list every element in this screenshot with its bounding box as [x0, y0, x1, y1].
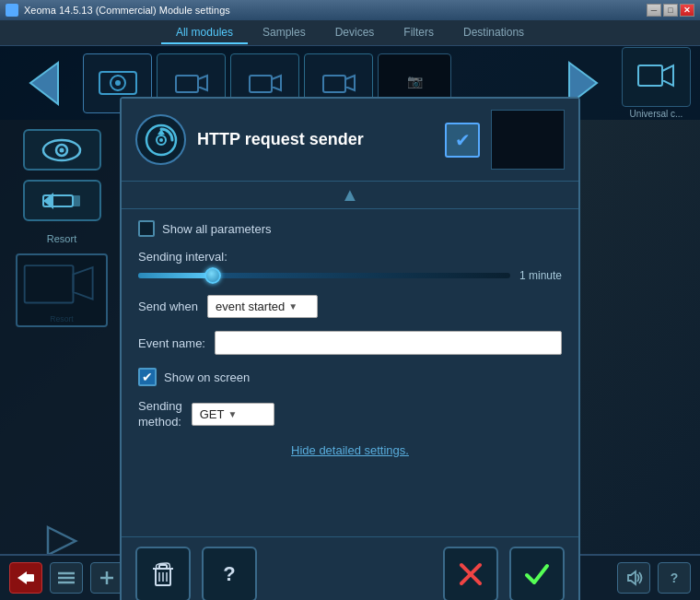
- svg-text:📷: 📷: [407, 74, 424, 89]
- nav-filters[interactable]: Filters: [389, 22, 449, 44]
- show-on-screen-checkbox[interactable]: ✔: [138, 368, 157, 386]
- confirm-button[interactable]: [509, 547, 565, 600]
- modal-body: Show all parameters Sending interval: 1 …: [122, 209, 578, 536]
- delete-button[interactable]: [135, 547, 191, 600]
- svg-rect-4: [176, 76, 198, 92]
- window-title: Xeoma 14.5.13 (Commercial) Module settin…: [24, 5, 230, 16]
- modal-dialog: HTTP request sender ✔ ▲ Show all paramet…: [120, 97, 580, 600]
- slider-thumb[interactable]: [204, 267, 221, 284]
- send-when-value: event started: [216, 300, 285, 313]
- modal-arrow-indicator: ▲: [122, 182, 578, 209]
- modal-footer: ?: [122, 536, 578, 600]
- close-window-button[interactable]: ✕: [680, 4, 694, 17]
- sending-method-dropdown[interactable]: GET ▼: [192, 403, 274, 426]
- main-area: 📷 Universal c...: [0, 46, 700, 600]
- sending-method-value: GET: [200, 407, 225, 421]
- show-on-screen-row: ✔ Show on screen: [138, 368, 562, 386]
- sidebar-back-button[interactable]: [23, 180, 101, 221]
- svg-point-13: [60, 147, 64, 152]
- menu-toolbar-button[interactable]: [50, 562, 83, 594]
- svg-rect-10: [638, 65, 662, 86]
- sending-method-row: Sendingmethod: GET ▼: [138, 399, 562, 430]
- modal-header: HTTP request sender ✔: [122, 99, 578, 182]
- svg-rect-6: [323, 76, 345, 92]
- maximize-button[interactable]: □: [663, 4, 678, 17]
- send-when-row: Send when event started ▼: [138, 295, 562, 318]
- svg-text:?: ?: [223, 562, 235, 585]
- svg-marker-0: [30, 63, 58, 104]
- svg-rect-16: [73, 195, 80, 206]
- show-on-screen-label: Show on screen: [164, 371, 250, 384]
- event-name-row: Event name:: [138, 331, 562, 355]
- slider-container: 1 minute: [138, 269, 562, 282]
- slider-value: 1 minute: [519, 269, 562, 282]
- nav-samples[interactable]: Samples: [248, 22, 321, 44]
- sending-interval-row: Sending interval: 1 minute: [138, 250, 562, 282]
- svg-text:Resort: Resort: [50, 314, 74, 324]
- svg-rect-35: [25, 574, 34, 582]
- send-when-dropdown-arrow: ▼: [288, 301, 298, 312]
- send-when-dropdown[interactable]: event started ▼: [207, 295, 318, 318]
- nav-bar: All modules Samples Devices Filters Dest…: [0, 20, 700, 46]
- sidebar-resort-label: Resort: [47, 233, 76, 244]
- nav-devices[interactable]: Devices: [321, 22, 390, 44]
- sidebar: Resort Resort: [0, 120, 124, 571]
- show-all-params-label: Show all parameters: [162, 222, 272, 236]
- app-icon: [6, 4, 18, 17]
- sending-method-arrow: ▼: [228, 409, 237, 419]
- modal-title: HTTP request sender: [197, 130, 434, 149]
- scroll-left-arrow[interactable]: [9, 53, 78, 113]
- svg-marker-43: [628, 571, 636, 584]
- event-name-input[interactable]: [215, 331, 562, 355]
- modal-enable-checkbox[interactable]: ✔: [445, 123, 480, 158]
- sending-interval-slider[interactable]: [138, 273, 510, 278]
- svg-rect-27: [159, 565, 167, 569]
- help-toolbar-button[interactable]: ?: [658, 562, 691, 594]
- sidebar-eye-button[interactable]: [23, 129, 101, 171]
- footer-spacer: [268, 547, 432, 600]
- svg-rect-24: [492, 111, 565, 170]
- show-all-params-row: Show all parameters: [138, 220, 562, 237]
- send-when-label: Send when: [138, 300, 198, 313]
- sending-method-label: Sendingmethod:: [138, 399, 182, 430]
- help-button[interactable]: ?: [202, 547, 257, 600]
- window-controls: ─ □ ✕: [647, 4, 694, 17]
- nav-destinations[interactable]: Destinations: [449, 22, 539, 44]
- hide-settings-link[interactable]: Hide detailed settings.: [138, 443, 562, 457]
- slider-fill: [138, 273, 213, 278]
- modal-icon: [135, 114, 186, 165]
- universal-label: Universal c...: [630, 109, 683, 119]
- svg-text:?: ?: [671, 571, 679, 585]
- svg-point-23: [159, 138, 163, 142]
- cancel-button[interactable]: [443, 547, 498, 600]
- sending-interval-label: Sending interval:: [138, 250, 562, 264]
- modal-preview-thumb: [491, 110, 565, 170]
- svg-rect-5: [250, 76, 272, 92]
- svg-marker-20: [48, 527, 76, 555]
- back-toolbar-button[interactable]: [9, 562, 42, 594]
- title-bar: Xeoma 14.5.13 (Commercial) Module settin…: [0, 0, 700, 20]
- audio-toolbar-button[interactable]: [617, 562, 650, 594]
- show-all-params-checkbox[interactable]: [138, 220, 155, 237]
- sidebar-camera-view[interactable]: Resort: [16, 253, 108, 327]
- add-toolbar-button[interactable]: [90, 562, 123, 594]
- universal-block: Universal c...: [622, 47, 691, 119]
- nav-all-modules[interactable]: All modules: [161, 22, 248, 44]
- event-name-label: Event name:: [138, 336, 205, 350]
- universal-thumb[interactable]: [622, 47, 691, 107]
- svg-point-3: [115, 80, 121, 86]
- minimize-button[interactable]: ─: [647, 4, 661, 17]
